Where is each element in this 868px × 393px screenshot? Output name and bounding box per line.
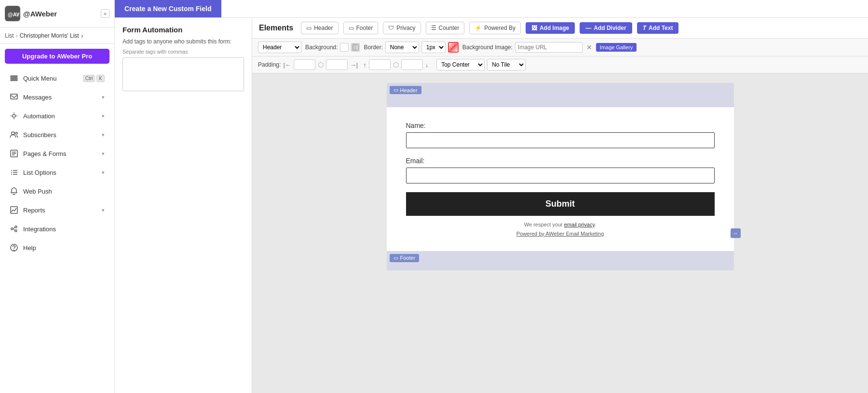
sidebar-header: @AW @AWeber « <box>0 0 114 28</box>
tab-header[interactable]: ▭ Header <box>301 22 338 34</box>
bg-image-label: Background Image: <box>462 44 513 51</box>
form-preview-wrapper: ▭ Header Name: Email: <box>387 83 734 383</box>
chevron-down-icon: ▾ <box>102 113 105 119</box>
sidebar-item-label: Automation <box>23 112 55 120</box>
sidebar-item-label: List Options <box>23 169 56 176</box>
privacy-tab-label: Privacy <box>396 25 415 31</box>
sidebar-item-help[interactable]: Help <box>3 239 111 257</box>
image-gallery-button[interactable]: Image Gallery <box>596 43 637 52</box>
sidebar-item-subscribers[interactable]: Subscribers ▾ <box>3 126 111 144</box>
form-header-block[interactable]: ▭ Header <box>387 83 734 107</box>
sidebar-item-label: Integrations <box>23 225 56 233</box>
breadcrumb-arrow[interactable]: › <box>81 31 83 40</box>
chevron-down-icon: ▾ <box>102 151 105 157</box>
powered-by-link[interactable]: Powered by AWeber Email Marketing <box>516 231 604 237</box>
sidebar-item-web-push[interactable]: Web Push <box>3 182 111 200</box>
submit-button[interactable]: Submit <box>406 192 715 216</box>
logo-icon: @AW <box>5 6 20 21</box>
svg-point-11 <box>15 226 17 228</box>
form-footer-block[interactable]: ▭ Footer <box>387 251 734 270</box>
web-push-icon <box>10 187 18 196</box>
sidebar-item-list-options[interactable]: List Options ▾ <box>3 163 111 182</box>
sidebar-item-integrations[interactable]: Integrations <box>3 220 111 238</box>
svg-rect-3 <box>11 78 17 79</box>
padding-right-input[interactable]: 20 <box>326 59 348 70</box>
section-selector[interactable]: Header <box>258 42 301 53</box>
padding-top-input[interactable]: 40 <box>369 59 391 70</box>
name-input[interactable] <box>406 132 715 148</box>
tile-select[interactable]: No Tile <box>487 59 526 70</box>
header-block-label: ▭ Header <box>390 86 421 94</box>
add-text-label: Add Text <box>649 25 673 31</box>
add-image-button[interactable]: 🖼 Add Image <box>526 22 575 34</box>
sidebar: @AW @AWeber « List › Christopher Morris'… <box>0 0 115 393</box>
form-automation-title: Form Automation <box>122 26 244 34</box>
sidebar-item-pages-forms[interactable]: Pages & Forms ▾ <box>3 144 111 163</box>
sidebar-item-label: Messages <box>23 94 52 101</box>
svg-point-7 <box>15 132 17 134</box>
elements-title: Elements <box>259 24 293 32</box>
tab-privacy[interactable]: 🛡 Privacy <box>383 22 420 34</box>
reports-icon <box>10 206 18 214</box>
tab-counter[interactable]: ☰ Counter <box>426 22 465 34</box>
padding-label: Padding: <box>258 61 281 68</box>
padding-bottom-input[interactable]: 20 <box>401 59 423 70</box>
integrations-icon <box>10 225 18 233</box>
footer-tab-icon: ▭ <box>349 25 354 31</box>
border-width-select[interactable]: 1px <box>421 42 446 53</box>
border-style-select[interactable]: None <box>385 42 419 53</box>
sidebar-item-label: Quick Menu <box>23 75 56 82</box>
email-input[interactable] <box>406 168 715 183</box>
tab-powered-by[interactable]: ⚡ Powered By <box>469 22 521 34</box>
padding-left-input[interactable]: 20 <box>294 59 315 70</box>
resize-handle[interactable]: ↔ <box>731 228 741 238</box>
background-label: Background: <box>305 44 338 51</box>
sidebar-item-label: Web Push <box>23 188 52 195</box>
pad-right-icon: →| <box>350 61 358 69</box>
sidebar-item-automation[interactable]: Automation ▾ <box>3 107 111 125</box>
canvas-area: ▭ Header Name: Email: <box>252 73 868 393</box>
svg-line-18 <box>450 44 456 50</box>
privacy-text-before: We respect your <box>524 222 564 227</box>
padding-bar: Padding: |← 20 ⬡ 20 →| ↑ 40 ⬡ 20 ↓ Top C… <box>252 56 868 73</box>
header-block-text: Header <box>400 87 418 93</box>
email-privacy-link[interactable]: email privacy <box>564 222 595 227</box>
clear-image-button[interactable]: ✕ <box>585 43 594 51</box>
tab-footer[interactable]: ▭ Footer <box>343 22 379 34</box>
pad-left-icon: |← <box>283 61 291 69</box>
background-texture-swatch[interactable] <box>351 43 360 52</box>
tags-input[interactable] <box>122 57 244 91</box>
counter-tab-label: Counter <box>439 25 460 31</box>
logo: @AW @AWeber <box>5 6 57 21</box>
svg-text:@AW: @AW <box>8 12 19 17</box>
position-select[interactable]: Top Center <box>436 59 485 70</box>
sidebar-item-reports[interactable]: Reports ▾ <box>3 201 111 219</box>
add-divider-button[interactable]: — Add Divider <box>580 22 632 34</box>
powered-tab-icon: ⚡ <box>475 25 482 31</box>
background-color-swatch[interactable] <box>340 43 349 52</box>
svg-point-14 <box>14 250 14 251</box>
sidebar-item-quick-menu[interactable]: Quick Menu Ctrl K <box>3 69 111 87</box>
border-color-picker[interactable] <box>448 42 459 53</box>
header-block-icon: ▭ <box>393 87 398 93</box>
form-preview: ▭ Header Name: Email: <box>387 83 734 270</box>
pad-bottom-icon: ↓ <box>425 61 429 69</box>
counter-tab-icon: ☰ <box>431 25 436 31</box>
bg-image-url-input[interactable] <box>515 42 583 53</box>
form-automation-desc: Add tags to anyone who submits this form… <box>122 38 244 46</box>
upgrade-button[interactable]: Upgrade to AWeber Pro <box>5 49 109 64</box>
svg-point-5 <box>13 114 15 117</box>
elements-section: Elements ▭ Header ▭ Footer 🛡 Privacy ☰ C… <box>252 18 868 393</box>
add-text-button[interactable]: T Add Text <box>637 22 679 34</box>
sidebar-item-messages[interactable]: Messages ▾ <box>3 88 111 106</box>
add-image-label: Add Image <box>540 25 569 31</box>
breadcrumb-list[interactable]: List <box>5 32 14 39</box>
list-options-icon <box>10 168 18 177</box>
collapse-button[interactable]: « <box>101 9 109 18</box>
chevron-down-icon: ▾ <box>102 94 105 100</box>
svg-point-12 <box>15 230 17 232</box>
privacy-text-after: . <box>595 222 596 227</box>
create-custom-field-button[interactable]: Create a New Custom Field <box>115 0 221 17</box>
svg-rect-4 <box>11 80 17 81</box>
content-area: Form Automation Add tags to anyone who s… <box>115 18 868 393</box>
